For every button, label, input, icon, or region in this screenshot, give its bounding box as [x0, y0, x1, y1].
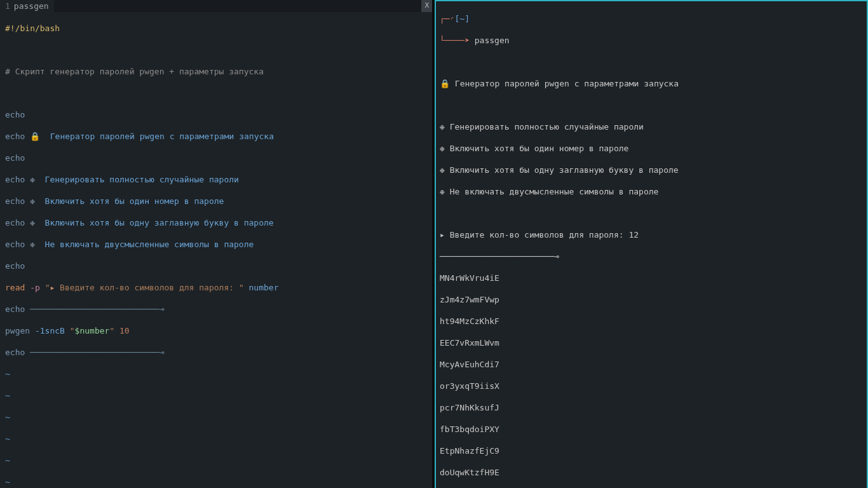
editor-pane[interactable]: 1 passgen X #!/bin/bash # Скрипт генерат…	[0, 0, 432, 488]
pwgen-flags: -1sncB	[30, 326, 70, 336]
term-input-prompt: Введите кол-во символов для пароля:	[445, 230, 629, 240]
prompt-frame-bottom: └────➤	[440, 36, 475, 45]
term-input-value: 12	[628, 230, 639, 240]
arrow-icon: ▸	[440, 230, 445, 240]
opt4: Не включать двусмысленные символы в паро…	[35, 240, 254, 249]
password-output: ht94MzCzKhkF	[440, 316, 863, 327]
line-comment: # Скрипт генератор паролей pwgen + парам…	[5, 66, 427, 77]
separator-line: ───────────────────────⊸	[440, 251, 863, 262]
pwgen-cmd: pwgen	[5, 326, 30, 336]
editor-body[interactable]: #!/bin/bash # Скрипт генератор паролей p…	[0, 12, 432, 488]
prompt-frame-top: ┌─◜	[440, 14, 454, 24]
editor-tabbar: 1 passgen X	[0, 0, 432, 12]
kw-echo: echo	[5, 110, 25, 119]
read-flag: -p	[30, 283, 40, 292]
tab-index: 1	[5, 1, 10, 11]
password-output: or3yxqT9iisX	[440, 381, 863, 391]
password-output: pcr7NhKksufJ	[440, 402, 863, 413]
editor-tab[interactable]: 1 passgen	[0, 0, 54, 12]
tilde-line: ~	[5, 369, 427, 379]
term-opt2: Включить хотя бы один номер в пароле	[445, 144, 629, 153]
term-opt4: Не включать двусмысленные символы в паро…	[445, 187, 659, 196]
terminal-body[interactable]: ┌─◜[~] └────➤ passgen 🔒 Генератор пароле…	[436, 1, 867, 488]
password-output: zJm4z7wmFVwp	[440, 294, 863, 305]
lock-icon: 🔒	[30, 132, 40, 141]
password-output: doUqwKtzfH9E	[440, 467, 863, 478]
password-output: EEC7vRxmLWvm	[440, 337, 863, 348]
term-title: Генератор паролей pwgen с параметрами за…	[450, 79, 679, 88]
password-output: MN4rWkVru4iE	[440, 273, 863, 283]
password-output: McyAvEuhCdi7	[440, 359, 863, 370]
term-opt3: Включить хотя бы одну заглавную букву в …	[445, 165, 679, 175]
terminal-command: passgen	[475, 36, 510, 45]
terminal-pane[interactable]: ┌─◜[~] └────➤ passgen 🔒 Генератор пароле…	[435, 0, 868, 488]
read-var: number	[244, 283, 279, 292]
separator-line: ──────────────────────────⊸	[30, 304, 164, 314]
pwgen-var: $number	[75, 326, 110, 336]
script-title: Генератор паролей pwgen с параметрами за…	[40, 132, 274, 141]
star-icon: ❉	[30, 175, 35, 184]
pwgen-count: 10	[114, 326, 129, 336]
tab-filename: passgen	[14, 1, 49, 11]
star-icon: ❉	[440, 122, 445, 132]
term-opt1: Генерировать полностью случайные пароли	[445, 122, 644, 132]
tab-close-button[interactable]: X	[421, 0, 432, 12]
password-output: fbT3bqdoiPXY	[440, 424, 863, 435]
lock-icon: 🔒	[440, 79, 450, 88]
opt3: Включить хотя бы одну заглавную букву в …	[35, 218, 274, 227]
opt1: Генерировать полностью случайные пароли	[35, 175, 239, 184]
password-output: EtpNhazfEjC9	[440, 445, 863, 456]
line-shebang: #!/bin/bash	[5, 23, 427, 34]
prompt-cwd: [~]	[454, 14, 469, 24]
kw-read: read	[5, 283, 25, 292]
read-prompt-text: Введите кол-во символов для пароля:	[55, 283, 239, 292]
opt2: Включить хотя бы один номер в пароле	[35, 196, 224, 206]
